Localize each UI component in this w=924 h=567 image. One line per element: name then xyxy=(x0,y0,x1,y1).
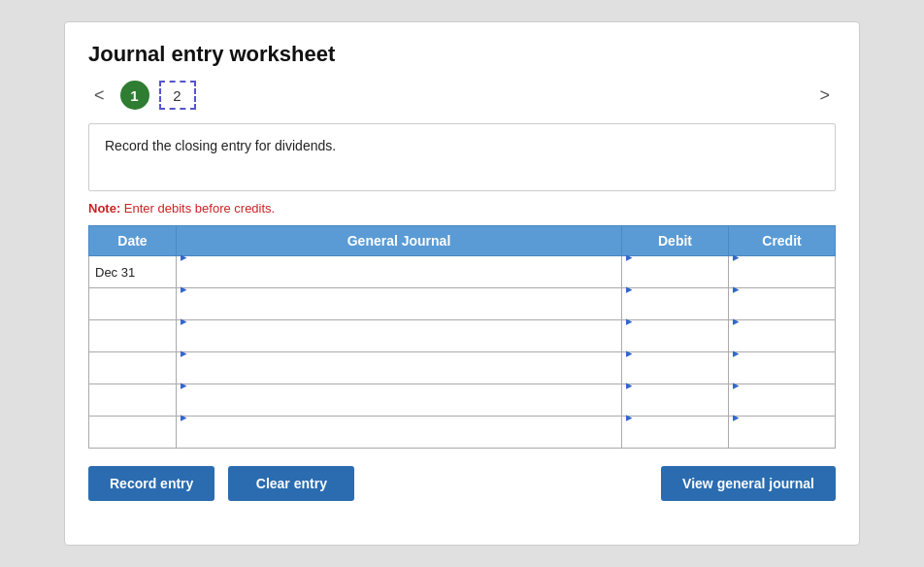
col-header-credit: Credit xyxy=(729,226,836,256)
credit-cell-0[interactable]: ▸ xyxy=(729,256,836,288)
next-arrow[interactable]: > xyxy=(813,83,836,108)
journal-cell-1[interactable]: ▸ xyxy=(177,288,622,320)
credit-cell-3[interactable]: ▸ xyxy=(729,352,836,384)
view-general-journal-button[interactable]: View general journal xyxy=(661,466,836,501)
credit-arrow-icon-0: ▸ xyxy=(733,250,740,264)
instruction-box: Record the closing entry for dividends. xyxy=(88,123,836,191)
debit-arrow-icon-3: ▸ xyxy=(626,346,633,360)
date-cell-0: Dec 31 xyxy=(89,256,177,288)
credit-arrow-icon-5: ▸ xyxy=(733,410,740,424)
date-cell-4 xyxy=(89,384,177,417)
date-cell-2 xyxy=(89,320,177,352)
table-header-row: Date General Journal Debit Credit xyxy=(89,226,836,256)
record-entry-button[interactable]: Record entry xyxy=(88,466,214,501)
table-row: ▸▸▸ xyxy=(89,352,836,384)
debit-cell-3[interactable]: ▸ xyxy=(622,352,729,384)
debit-cell-0[interactable]: ▸ xyxy=(622,256,729,288)
journal-arrow-icon-4: ▸ xyxy=(181,378,187,392)
table-row: ▸▸▸ xyxy=(89,320,836,352)
credit-cell-1[interactable]: ▸ xyxy=(729,288,836,320)
debit-cell-2[interactable]: ▸ xyxy=(622,320,729,352)
note-text: Note: Enter debits before credits. xyxy=(88,201,836,216)
step2-box[interactable]: 2 xyxy=(159,81,196,110)
journal-cell-2[interactable]: ▸ xyxy=(177,320,622,352)
debit-arrow-icon-2: ▸ xyxy=(626,314,633,328)
debit-arrow-icon-0: ▸ xyxy=(626,250,633,264)
col-header-date: Date xyxy=(89,226,177,256)
table-row: Dec 31▸▸▸ xyxy=(89,256,836,288)
journal-input-5[interactable] xyxy=(181,424,617,455)
credit-cell-4[interactable]: ▸ xyxy=(729,384,836,417)
prev-arrow[interactable]: < xyxy=(88,83,111,108)
journal-arrow-icon-2: ▸ xyxy=(181,314,187,328)
debit-input-5[interactable] xyxy=(626,424,724,455)
debit-cell-5[interactable]: ▸ xyxy=(622,417,729,449)
table-row: ▸▸▸ xyxy=(89,288,836,320)
credit-cell-2[interactable]: ▸ xyxy=(729,320,836,352)
credit-arrow-icon-2: ▸ xyxy=(733,314,740,328)
worksheet-container: Journal entry worksheet < 1 2 > Record t… xyxy=(64,21,860,546)
journal-cell-4[interactable]: ▸ xyxy=(177,384,622,417)
journal-table: Date General Journal Debit Credit Dec 31… xyxy=(88,225,836,449)
note-content: Enter debits before credits. xyxy=(124,201,275,216)
journal-cell-5[interactable]: ▸ xyxy=(177,417,622,449)
journal-cell-0[interactable]: ▸ xyxy=(177,256,622,288)
journal-arrow-icon-5: ▸ xyxy=(181,410,187,424)
note-label: Note: xyxy=(88,201,120,216)
step1-circle[interactable]: 1 xyxy=(120,81,149,110)
table-row: ▸▸▸ xyxy=(89,417,836,449)
journal-arrow-icon-0: ▸ xyxy=(181,250,187,264)
debit-cell-4[interactable]: ▸ xyxy=(622,384,729,417)
debit-arrow-icon-5: ▸ xyxy=(626,410,633,424)
nav-row: < 1 2 > xyxy=(88,81,836,110)
credit-arrow-icon-1: ▸ xyxy=(733,282,740,296)
journal-cell-3[interactable]: ▸ xyxy=(177,352,622,384)
table-row: ▸▸▸ xyxy=(89,384,836,417)
col-header-debit: Debit xyxy=(622,226,729,256)
page-title: Journal entry worksheet xyxy=(88,42,836,67)
credit-cell-5[interactable]: ▸ xyxy=(729,417,836,449)
credit-arrow-icon-4: ▸ xyxy=(733,378,740,392)
col-header-journal: General Journal xyxy=(177,226,622,256)
journal-arrow-icon-1: ▸ xyxy=(181,282,187,296)
credit-input-5[interactable] xyxy=(733,424,831,455)
date-cell-5 xyxy=(89,417,177,449)
debit-arrow-icon-1: ▸ xyxy=(626,282,633,296)
date-cell-1 xyxy=(89,288,177,320)
debit-arrow-icon-4: ▸ xyxy=(626,378,633,392)
clear-entry-button[interactable]: Clear entry xyxy=(228,466,354,501)
buttons-row: Record entry Clear entry View general jo… xyxy=(88,466,836,501)
journal-arrow-icon-3: ▸ xyxy=(181,346,187,360)
date-cell-3 xyxy=(89,352,177,384)
debit-cell-1[interactable]: ▸ xyxy=(622,288,729,320)
instruction-text: Record the closing entry for dividends. xyxy=(105,138,336,153)
credit-arrow-icon-3: ▸ xyxy=(733,346,740,360)
